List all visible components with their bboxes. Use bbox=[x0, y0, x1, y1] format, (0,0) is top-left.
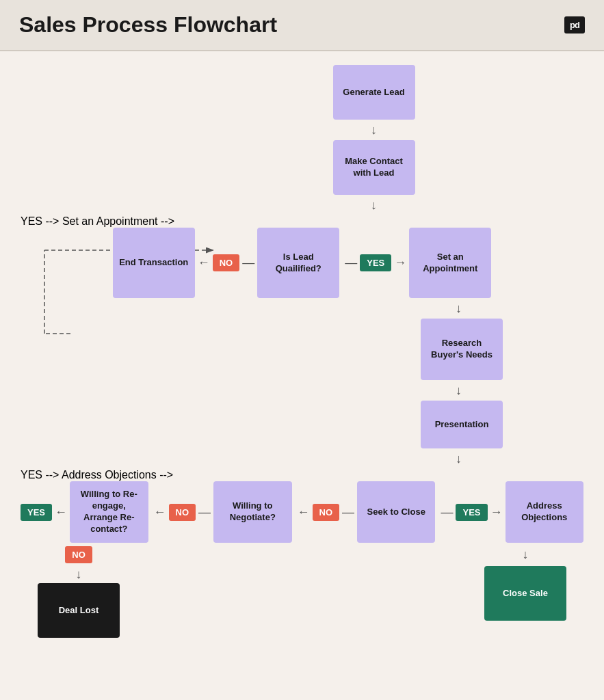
close-sale-node: Close Sale bbox=[484, 566, 566, 621]
set-appointment-node: Set an Appointment bbox=[409, 228, 491, 298]
no-badge-2: NO bbox=[169, 504, 196, 521]
yes-badge-2: YES bbox=[21, 504, 52, 521]
end-transaction-node: End Transaction bbox=[113, 228, 195, 298]
address-objections-node: Address Objections bbox=[505, 481, 583, 543]
header: Sales Process Flowchart pd bbox=[0, 0, 604, 51]
willing-reengage-node: Willing to Re-engage, Arrange Re-contact… bbox=[70, 481, 148, 543]
no-badge-1: NO bbox=[213, 254, 240, 271]
yes-badge-3: YES bbox=[456, 504, 487, 521]
no-badge-4: NO bbox=[65, 546, 92, 563]
deal-lost-node: Deal Lost bbox=[38, 583, 120, 638]
research-buyers-node: Research Buyer's Needs bbox=[421, 319, 503, 380]
is-lead-qualified-node: Is Lead Quailified? bbox=[257, 228, 339, 298]
flowchart-area: Generate Lead ↓ Make Contact with Lead ↓… bbox=[0, 51, 604, 658]
yes-badge-1: YES bbox=[360, 254, 391, 271]
make-contact-node: Make Contact with Lead bbox=[333, 140, 415, 195]
presentation-node: Presentation bbox=[421, 401, 503, 448]
page-title: Sales Process Flowchart bbox=[19, 12, 277, 38]
seek-to-close-node: Seek to Close bbox=[357, 481, 435, 543]
generate-lead-node: Generate Lead bbox=[333, 65, 415, 120]
no-badge-3: NO bbox=[313, 504, 340, 521]
logo-icon: pd bbox=[564, 16, 585, 33]
willing-negotiate-node: Willing to Negotiate? bbox=[213, 481, 291, 543]
